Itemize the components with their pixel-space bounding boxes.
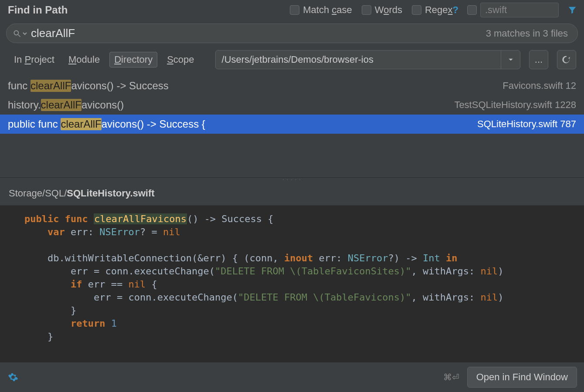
match-case-label: Match case — [303, 4, 352, 16]
dialog-header: Find in Path Match case Words Regex ? .s… — [0, 0, 584, 19]
ellipsis-icon: ... — [535, 54, 543, 65]
refresh-icon — [562, 55, 571, 64]
splitter[interactable]: · · · · · — [0, 177, 584, 182]
dialog-title: Find in Path — [8, 4, 68, 16]
results-empty-space — [0, 134, 584, 177]
result-snippet: history.clearAllFavicons() — [8, 99, 124, 111]
search-input[interactable] — [31, 27, 486, 40]
scope-tab-scope[interactable]: Scope — [163, 52, 198, 67]
match-case-checkbox[interactable] — [290, 5, 299, 15]
filter-icon[interactable] — [567, 4, 578, 16]
scope-row: In Project Module Directory Scope /Users… — [0, 47, 584, 76]
words-label: Words — [375, 4, 402, 16]
match-count-label: 3 matches in 3 files — [486, 28, 568, 39]
code-preview[interactable]: public func clearAllFavicons() -> Succes… — [0, 206, 584, 362]
directory-dropdown-button[interactable] — [501, 51, 520, 69]
words-checkbox[interactable] — [362, 5, 371, 15]
open-in-find-window-button[interactable]: Open in Find Window — [467, 367, 577, 388]
header-options: Match case Words Regex ? .swift — [290, 3, 578, 17]
match-highlight: clearAllF — [41, 99, 81, 111]
result-row-selected[interactable]: public func clearAllFavicons() -> Succes… — [0, 115, 584, 134]
recursive-toggle-button[interactable] — [557, 50, 576, 69]
preview-path: Storage/SQL/SQLiteHistory.swift — [0, 182, 584, 206]
svg-line-1 — [18, 34, 20, 37]
scope-tab-directory[interactable]: Directory — [109, 52, 157, 68]
svg-point-0 — [14, 30, 18, 35]
settings-button[interactable] — [7, 371, 19, 383]
browse-directory-button[interactable]: ... — [529, 50, 548, 69]
results-list: func clearAllFavicons() -> Success Favic… — [0, 76, 584, 134]
result-snippet: public func clearAllFavicons() -> Succes… — [8, 118, 205, 130]
file-mask-checkbox[interactable] — [467, 5, 477, 15]
regex-checkbox[interactable] — [412, 5, 421, 15]
directory-path: /Users/jetbrains/Demos/browser-ios — [216, 54, 501, 65]
scope-tab-project[interactable]: In Project — [10, 52, 59, 67]
file-mask-input[interactable]: .swift — [480, 3, 559, 17]
result-location: Favicons.swift 12 — [503, 80, 576, 91]
result-snippet: func clearAllFavicons() -> Success — [8, 80, 169, 92]
gear-icon — [8, 372, 18, 382]
match-highlight: clearAllF — [31, 80, 71, 92]
shortcut-hint: ⌘⏎ — [443, 372, 459, 382]
search-field-container: 3 matches in 3 files — [6, 24, 578, 43]
search-icon — [13, 29, 27, 38]
regex-label: Regex — [425, 4, 453, 16]
result-row[interactable]: func clearAllFavicons() -> Success Favic… — [0, 76, 584, 95]
match-highlight: clearAllF — [61, 118, 101, 130]
directory-path-box: /Users/jetbrains/Demos/browser-ios — [215, 50, 520, 69]
result-row[interactable]: history.clearAllFavicons() TestSQLiteHis… — [0, 95, 584, 115]
result-location: TestSQLiteHistory.swift 1228 — [454, 99, 576, 111]
regex-help-icon[interactable]: ? — [453, 4, 458, 16]
dialog-footer: ⌘⏎ Open in Find Window — [0, 362, 584, 392]
result-location: SQLiteHistory.swift 787 — [477, 118, 576, 130]
scope-tab-module[interactable]: Module — [64, 52, 104, 67]
file-mask-placeholder: .swift — [485, 4, 507, 16]
